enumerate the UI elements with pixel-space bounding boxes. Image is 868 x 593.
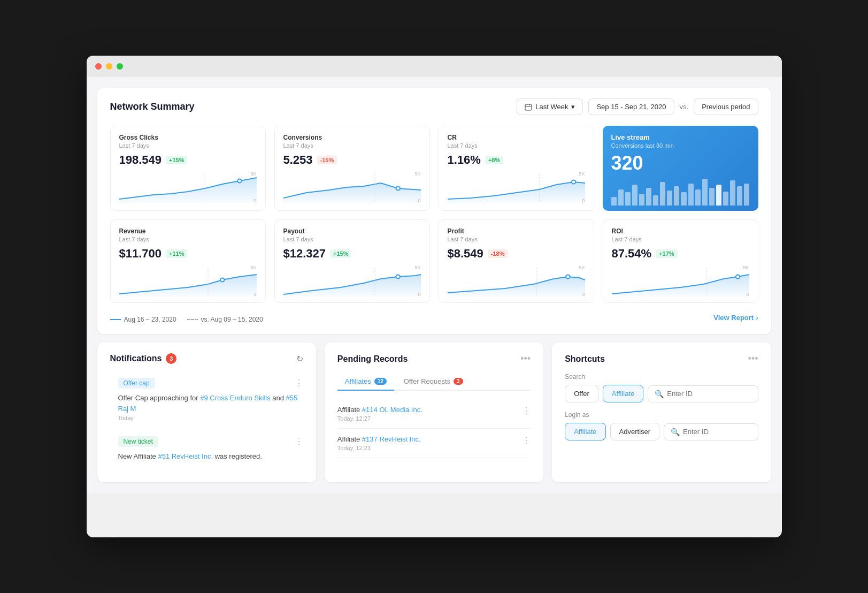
chevron-right-icon: ›: [756, 314, 758, 322]
profit-card: Profit Last 7 days $8.549 -18% 5K: [439, 219, 594, 303]
new-ticket-tag: New ticket: [118, 436, 158, 447]
search-affiliate-button[interactable]: Affiliate: [603, 385, 643, 402]
profit-badge: -18%: [488, 249, 508, 258]
pending-records-title: Pending Records: [337, 354, 408, 364]
revenue-value: $11.700: [119, 247, 162, 261]
search-shortcuts: Search Offer Affiliate 🔍: [565, 373, 758, 402]
payout-sublabel: Last 7 days: [283, 236, 421, 242]
pending-link-2[interactable]: #137 RevHeist Inc.: [362, 435, 421, 443]
view-report-button[interactable]: View Report ›: [713, 314, 758, 322]
refresh-icon[interactable]: ↻: [296, 354, 303, 364]
tab-affiliates[interactable]: Affiliates 12: [337, 373, 394, 391]
legend-item-previous: vs. Aug 09 – 15, 2020: [187, 316, 263, 323]
pending-link-1[interactable]: #114 OL Media Inc.: [362, 406, 423, 414]
roi-sublabel: Last 7 days: [612, 236, 749, 242]
network-summary-card: Network Summary Last Week ▾ Sep 15 - Sep…: [97, 88, 771, 334]
notifications-header: Notifications 3 ↻: [110, 353, 303, 364]
profit-sublabel: Last 7 days: [448, 236, 585, 242]
notif-link-3[interactable]: #51 RevHeist Inc.: [158, 452, 213, 460]
pending-text-1: Affiliate #114 OL Media Inc.: [337, 406, 423, 414]
notification-item-1: Offer cap Offer Cap approaching for #9 C…: [110, 372, 303, 427]
notif-more-icon-1[interactable]: ⋮: [295, 378, 303, 388]
header-controls: Last Week ▾ Sep 15 - Sep 21, 2020 vs. Pr…: [517, 98, 758, 115]
legend-item-current: Aug 16 – 23, 2020: [110, 316, 176, 323]
cr-label: CR: [448, 134, 585, 141]
login-affiliate-button[interactable]: Affiliate: [565, 423, 605, 440]
notif-text-2: New Affiliate #51 RevHeist Inc. was regi…: [118, 451, 303, 462]
pending-more-icon-1[interactable]: ⋮: [522, 406, 531, 416]
notif-link-1[interactable]: #9 Cross Enduro Skills: [200, 394, 271, 402]
live-stream-label: Live stream: [611, 133, 750, 141]
tab-offer-requests[interactable]: Offer Requests 3: [396, 373, 471, 391]
cr-sublabel: Last 7 days: [448, 142, 585, 149]
login-search-icon: 🔍: [671, 428, 680, 436]
notifications-title: Notifications 3: [110, 353, 177, 364]
current-period-line: [110, 319, 121, 320]
live-bar: [639, 194, 644, 206]
payout-value: $12.327: [283, 247, 326, 261]
search-shortcuts-row: Offer Affiliate 🔍: [565, 385, 758, 402]
notif-more-icon-2[interactable]: ⋮: [295, 436, 303, 446]
conversions-value: 5.253: [283, 153, 313, 167]
payout-card: Payout Last 7 days $12.327 +15% 5K: [274, 219, 430, 303]
live-bar: [653, 195, 658, 206]
shortcuts-card: Shortcuts ••• Search Offer Affiliate 🔍: [552, 343, 771, 482]
live-bar: [716, 185, 721, 206]
notif-text-1: Offer Cap approaching for #9 Cross Endur…: [118, 393, 303, 414]
cr-value: 1.16%: [448, 153, 481, 167]
shortcuts-header: Shortcuts •••: [565, 353, 758, 364]
gross-clicks-chart: 5K: [119, 171, 257, 203]
login-id-input[interactable]: [683, 428, 751, 436]
payout-badge: +15%: [330, 249, 351, 258]
revenue-card: Revenue Last 7 days $11.700 +11% 5K: [110, 219, 266, 303]
offer-requests-count-badge: 3: [454, 378, 463, 385]
roi-label: ROI: [612, 227, 749, 235]
gross-clicks-card: Gross Clicks Last 7 days 198.549 +15% 5K: [110, 126, 266, 211]
cr-card: CR Last 7 days 1.16% +8% 5K: [439, 126, 594, 211]
previous-period-button[interactable]: Previous period: [694, 98, 758, 115]
pending-more-icon-2[interactable]: ⋮: [522, 435, 531, 445]
metrics-row-1: Gross Clicks Last 7 days 198.549 +15% 5K: [110, 126, 758, 211]
roi-chart: 5K: [612, 265, 749, 297]
shortcuts-title: Shortcuts: [565, 354, 605, 364]
previous-period-label: vs. Aug 09 – 15, 2020: [201, 316, 263, 323]
conversions-badge: -15%: [317, 156, 337, 164]
gross-clicks-value: 198.549: [119, 153, 162, 167]
conversions-card: Conversions Last 7 days 5.253 -15% 5K: [274, 126, 430, 211]
shortcuts-more-icon[interactable]: •••: [748, 353, 758, 364]
vs-label: vs.: [680, 103, 689, 111]
login-shortcuts: Login as Affiliate Advertiser 🔍: [565, 411, 758, 440]
current-period-label: Aug 16 – 23, 2020: [124, 316, 176, 323]
revenue-sublabel: Last 7 days: [119, 236, 257, 242]
live-bar: [737, 186, 742, 206]
live-bar: [660, 182, 665, 206]
calendar-icon: [525, 103, 532, 111]
main-content: Network Summary Last Week ▾ Sep 15 - Sep…: [87, 77, 782, 493]
fullscreen-dot: [117, 63, 123, 70]
notif-time-1: Today: [118, 415, 303, 421]
revenue-badge: +11%: [166, 249, 187, 258]
chevron-down-icon: ▾: [571, 103, 575, 111]
svg-point-11: [220, 278, 224, 282]
app-window: Network Summary Last Week ▾ Sep 15 - Sep…: [87, 56, 782, 537]
svg-point-17: [735, 275, 739, 279]
pending-records-header: Pending Records •••: [337, 353, 531, 364]
pending-record-2: Affiliate #137 RevHeist Inc. Today, 12:2…: [337, 429, 531, 458]
cr-badge: +8%: [485, 156, 503, 164]
date-picker-button[interactable]: Last Week ▾: [517, 98, 583, 115]
offer-cap-tag: Offer cap: [118, 378, 155, 389]
search-id-input[interactable]: [667, 390, 751, 398]
search-offer-button[interactable]: Offer: [565, 385, 598, 402]
legend-row: Aug 16 – 23, 2020 vs. Aug 09 – 15, 2020 …: [110, 311, 758, 323]
pending-records-card: Pending Records ••• Affiliates 12 Offer …: [325, 343, 543, 482]
live-bar: [681, 192, 686, 206]
pending-time-2: Today, 12:21: [337, 445, 421, 451]
live-stream-value: 320: [611, 152, 750, 174]
notification-item-2: New ticket New Affiliate #51 RevHeist In…: [110, 431, 303, 467]
login-id-input-wrapper: 🔍: [664, 423, 758, 440]
roi-badge: +17%: [656, 249, 677, 258]
pending-records-more-icon[interactable]: •••: [520, 353, 531, 364]
close-dot: [95, 63, 102, 70]
login-advertiser-button[interactable]: Advertiser: [610, 423, 660, 440]
payout-chart: 5K: [283, 265, 421, 297]
